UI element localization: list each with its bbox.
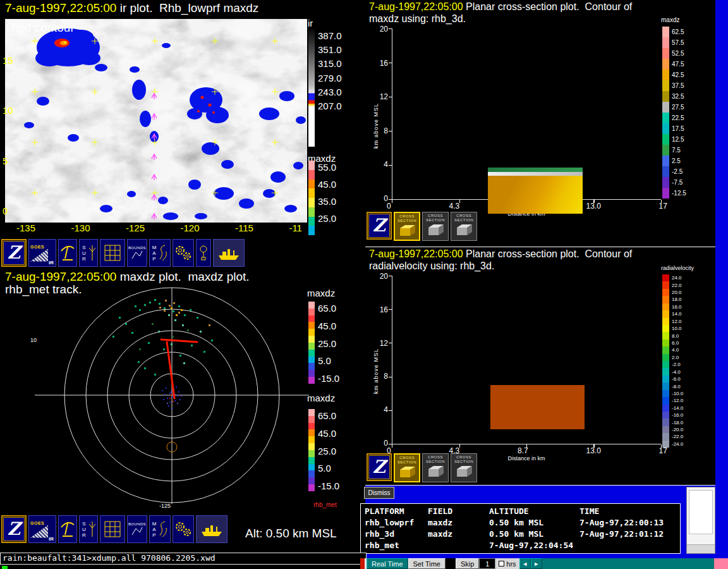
ir-colorbar-ticks: 387.0351.0315.0279.0243.0207.0: [318, 30, 342, 111]
cube-icon: [398, 465, 416, 479]
section-label: SECTION: [426, 218, 445, 223]
cross-section-button-2[interactable]: CROSS SECTION: [422, 212, 449, 241]
cross-section-canvas[interactable]: [365, 25, 662, 215]
dismiss-button[interactable]: Dismiss: [364, 487, 394, 499]
real-time-button[interactable]: Real Time: [367, 558, 408, 569]
status-altitude: 0.50 km MSL: [489, 529, 579, 540]
goes-ir-button[interactable]: GOES IR: [28, 239, 56, 267]
zebra-logo-button[interactable]: Z: [367, 212, 392, 240]
x-tick-label: -115: [235, 223, 253, 233]
satellite-image-canvas[interactable]: [5, 19, 307, 223]
grid-button[interactable]: [100, 239, 125, 267]
zebra-display-root: 7-aug-1997,22:05:00 ir plot. Rhb_lowprf …: [0, 0, 728, 569]
set-time-button[interactable]: Set Time: [408, 558, 446, 569]
cross-section-button-1[interactable]: CROSS SECTION: [394, 212, 420, 241]
colorbar-tick-label: 7.5: [672, 145, 686, 156]
scrollbar[interactable]: [686, 487, 715, 554]
status-row: rhb_met 7-Aug-97,22:04:54: [365, 540, 680, 551]
ir-plot-window: 7-aug-1997,22:05:00 ir plot. Rhb_lowprf …: [0, 0, 365, 269]
bounds-button[interactable]: BOUNDS: [127, 515, 147, 543]
colorbar-segment: [662, 177, 669, 188]
grid-button[interactable]: [100, 515, 125, 543]
y-tick-label: 15: [3, 55, 13, 66]
status-time: 7-Aug-97,22:00:13: [579, 517, 664, 529]
y-axis-labels: 201612840: [374, 25, 388, 203]
x-tick-label: -11: [289, 223, 302, 233]
colorbar-segment: [662, 390, 669, 397]
x-tick-label: -135: [16, 223, 35, 233]
colorbar-tick-label: 18.0: [672, 296, 683, 303]
gears-button[interactable]: [173, 239, 194, 267]
scrollbar-thumb[interactable]: [689, 490, 713, 534]
colorbar-tick-label: 12.5: [672, 134, 686, 145]
maxdz-bar1-label: maxdz: [307, 288, 335, 298]
step-forward-button[interactable]: ►: [531, 558, 542, 569]
x-tick-label: -130: [71, 223, 90, 233]
bounds-button[interactable]: BOUNDS: [127, 239, 147, 267]
colorbar-tick-label: 55.0: [318, 162, 336, 173]
ppi-radar-canvas[interactable]: 10 -125: [19, 286, 313, 509]
zebra-logo-button[interactable]: Z: [367, 453, 392, 481]
cross-section-button-3[interactable]: CROSS SECTION: [451, 453, 477, 482]
y-tick-label: 20: [380, 25, 388, 34]
colorbar-segment: [662, 340, 669, 346]
cross-section-button-1[interactable]: CROSS SECTION: [394, 453, 420, 482]
radar-button[interactable]: [58, 515, 77, 543]
status-altitude: 7-Aug-97,22:04:54: [489, 540, 579, 551]
colorbar-tick-label: 2.5: [672, 156, 686, 166]
colorbar-tick-label: 20.0: [672, 289, 683, 296]
x-tick-label: 13.0: [586, 202, 600, 211]
colorbar-segment: [662, 397, 669, 404]
skip-value-field[interactable]: 1: [479, 558, 495, 569]
map-button[interactable]: MAP: [149, 239, 171, 267]
surveillance-button[interactable]: SUR: [79, 515, 98, 543]
colorbar-tick-label: 243.0: [318, 87, 342, 97]
sonde-button[interactable]: [196, 239, 211, 267]
status-platform: rhb_lowprf: [365, 517, 428, 529]
radar-dish-icon: [60, 520, 75, 539]
colorbar-segment: [662, 134, 669, 145]
colorbar-segment: [662, 289, 669, 296]
radialvelocity-contour-fill: [490, 385, 585, 429]
cross-label: CROSS: [428, 455, 443, 460]
maxdz-colorbar-ticks: 62.557.552.547.542.537.532.527.522.517.5…: [672, 27, 686, 199]
cross-section-title: 7-aug-1997,22:05:00 Planar cross-section…: [369, 1, 632, 13]
radar-button[interactable]: [58, 239, 77, 267]
colorbar-segment: [662, 419, 669, 425]
hrs-toggle[interactable]: hrs: [495, 558, 519, 569]
y-axis-labels: 201612840: [374, 272, 388, 448]
skip-button[interactable]: Skip: [456, 558, 479, 569]
sur-label: SUR: [82, 245, 87, 262]
colorbar-segment: [662, 426, 669, 433]
colorbar-segment: [308, 198, 315, 207]
map-button[interactable]: MAP: [149, 515, 171, 543]
colorbar-tick-label: 25.0: [318, 213, 336, 224]
zebra-logo-button[interactable]: Z: [1, 515, 27, 543]
colorbar-segment: [308, 188, 315, 198]
hrs-label: hrs: [506, 560, 516, 568]
colorbar-tick-label: -4.0: [672, 368, 683, 375]
step-back-button[interactable]: ◄: [519, 558, 531, 569]
colorbar-segment: [662, 281, 669, 288]
gears-button[interactable]: [173, 515, 194, 543]
colorbar-segment: [662, 412, 669, 419]
colorbar-tick-label: -6.0: [672, 376, 683, 382]
ship-button[interactable]: [213, 239, 245, 267]
section-label: SECTION: [397, 460, 416, 465]
zebra-logo-button[interactable]: Z: [1, 239, 27, 267]
surveillance-button[interactable]: SUR: [79, 239, 98, 267]
goes-ir-button[interactable]: GOES IR: [28, 515, 56, 543]
colorbar-segment: [662, 156, 669, 166]
cross-label: CROSS: [456, 214, 471, 218]
cross-section-button-3[interactable]: CROSS SECTION: [451, 212, 477, 241]
cross-section-canvas[interactable]: [365, 272, 662, 459]
colorbar-tick-label: -2.5: [672, 166, 686, 177]
y-tick-marks: [389, 276, 392, 445]
y-tick-label: 12: [380, 92, 388, 101]
maxdz-contour-fill: [488, 168, 583, 214]
colorbar-segment: [662, 70, 669, 80]
ir-colorbar-label: ir: [308, 18, 313, 28]
cross-section-button-2[interactable]: CROSS SECTION: [422, 453, 449, 482]
ship-button[interactable]: [196, 515, 228, 543]
terminal-text: rain:beaufalt:341>xdump.all 970806.2205.…: [3, 553, 215, 563]
